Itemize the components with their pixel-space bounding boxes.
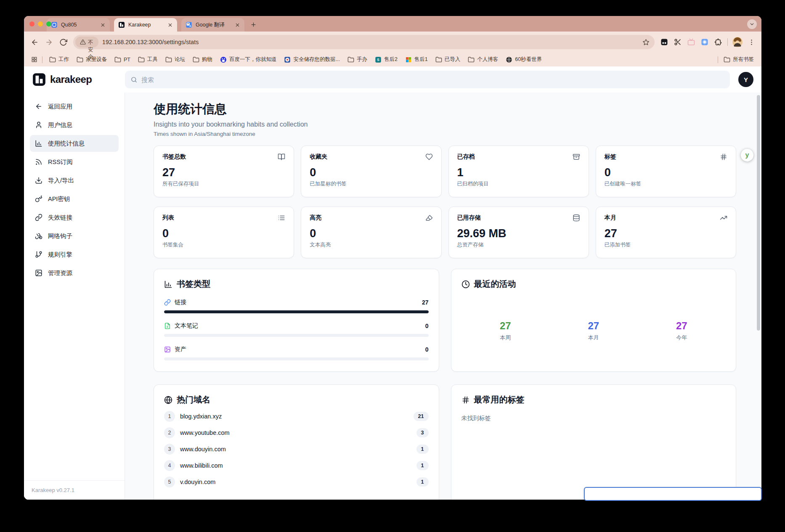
stat-card: 已用存储 29.69 MB 总资产存储 xyxy=(448,206,589,258)
bookmark-types-title-row: 书签类型 xyxy=(164,278,429,290)
bookmark-types-title: 书签类型 xyxy=(177,278,210,290)
browser-tab[interactable]: Google 翻译 xyxy=(181,18,244,32)
bookmark-item[interactable]: 60秒看世界 xyxy=(502,55,546,65)
sidebar-item-icon xyxy=(35,177,42,184)
sidebar-item[interactable]: API密钥 xyxy=(30,191,119,207)
bookmark-item[interactable]: 安全储存您的数据... xyxy=(280,55,343,65)
close-window-button[interactable] xyxy=(29,21,34,26)
sidebar-item[interactable]: 返回应用 xyxy=(30,98,119,115)
extension-button-dark[interactable] xyxy=(658,36,671,48)
bookmark-label: 家里设备 xyxy=(86,56,107,63)
stat-card-value: 1 xyxy=(457,166,580,179)
bookmark-item[interactable]: S 售后2 xyxy=(371,55,401,65)
stat-card-label: 本月 xyxy=(605,214,616,222)
page-scrollbar-thumb[interactable] xyxy=(757,95,760,331)
bookmark-item[interactable]: 工具 xyxy=(134,55,162,65)
bookmarks-bar: 工作 家里设备 PT 工具 xyxy=(24,53,761,66)
bookmark-item[interactable]: 百度一下，你就知道 xyxy=(216,55,281,65)
address-bar[interactable]: 不安全 192.168.200.132:3000/settings/stats xyxy=(73,35,655,49)
top-domains-panel: 热门域名 1 blog.ydxian.xyz 21 xyxy=(154,384,439,500)
sidebar-item[interactable]: 网络钩子 xyxy=(30,228,119,244)
zoom-window-button[interactable] xyxy=(46,21,51,26)
bookmark-favicon xyxy=(138,56,145,63)
domain-count-badge: 1 xyxy=(416,477,429,487)
tab-search-button[interactable] xyxy=(747,19,757,29)
minimize-window-button[interactable] xyxy=(38,21,43,26)
stat-card: 列表 0 书签集合 xyxy=(154,206,294,258)
extension-button-translate[interactable] xyxy=(698,36,711,48)
sidebar-item[interactable]: 规则引擎 xyxy=(30,246,119,263)
bookmark-item[interactable]: 手办 xyxy=(344,55,371,65)
tab-title: Qu805 xyxy=(61,22,97,28)
stat-card-header: 收藏夹 xyxy=(310,153,432,161)
extensions-menu-button[interactable] xyxy=(712,36,724,48)
bookmark-item[interactable]: 售后1 xyxy=(401,55,432,65)
bookmark-type-value: 27 xyxy=(422,299,429,306)
bookmark-favicon xyxy=(77,56,83,63)
bookmark-label: PT xyxy=(124,57,130,63)
tab-close-icon[interactable] xyxy=(100,22,106,28)
bookmark-item[interactable]: 购物 xyxy=(189,55,216,65)
domain-rank-badge: 2 xyxy=(164,427,175,438)
recent-activity-title-row: 最近的活动 xyxy=(461,278,726,290)
bookmark-label: 售后2 xyxy=(384,56,398,63)
bookmark-item[interactable]: PT xyxy=(111,55,134,65)
sidebar-item[interactable]: 用户信息 xyxy=(30,116,119,133)
bookmark-item[interactable]: 个人博客 xyxy=(464,55,502,65)
sidebar-item[interactable]: 导入/导出 xyxy=(30,172,119,189)
extension-button-scissors[interactable] xyxy=(671,36,684,48)
browser-tab[interactable]: Qu805 xyxy=(47,18,110,32)
forward-button[interactable] xyxy=(42,35,56,49)
arrow-right-icon xyxy=(45,38,53,46)
bookmark-type-row: 文本笔记 0 xyxy=(164,322,429,337)
bookmark-item[interactable]: 家里设备 xyxy=(73,55,111,65)
reload-button[interactable] xyxy=(56,35,70,49)
activity-label: 本周 xyxy=(500,334,511,341)
bookmark-label: 已导入 xyxy=(445,56,461,63)
tab-close-icon[interactable] xyxy=(167,22,173,28)
new-tab-button[interactable] xyxy=(248,19,259,30)
bookmark-star-button[interactable] xyxy=(640,36,652,48)
translate-float-button[interactable]: y xyxy=(741,149,753,161)
back-button[interactable] xyxy=(28,35,41,49)
stat-card-label: 列表 xyxy=(162,214,174,222)
recent-activity-panel: 最近的活动 27 本周 xyxy=(451,269,737,372)
sidebar-item[interactable]: 失效链接 xyxy=(30,209,119,226)
stat-card: 本月 27 已添加书签 xyxy=(596,206,736,258)
stat-card-header: 标签 xyxy=(605,153,727,161)
browser-profile-avatar[interactable] xyxy=(732,37,743,48)
domain-row: 4 www.bilibili.com 1 xyxy=(164,460,429,471)
bookmark-type-label: 文本笔记 xyxy=(175,322,422,330)
extension-button-tv[interactable] xyxy=(685,36,697,48)
tv-icon xyxy=(687,38,695,46)
domain-rank-badge: 3 xyxy=(164,444,175,455)
all-bookmarks-button[interactable]: 所有书签 xyxy=(721,56,756,63)
user-avatar[interactable]: Y xyxy=(738,72,753,87)
karakeep-logo-icon xyxy=(32,72,46,87)
search-icon xyxy=(130,76,138,83)
bookmark-item[interactable]: 已导入 xyxy=(432,55,464,65)
stat-card: 标签 0 已创建唯一标签 xyxy=(596,146,736,197)
top-tags-title: 最常用的标签 xyxy=(474,394,525,405)
browser-menu-button[interactable] xyxy=(745,36,758,48)
browser-tab[interactable]: Karakeep xyxy=(114,18,177,32)
bookmark-type-bar-track xyxy=(164,334,429,337)
bookmark-item[interactable]: 工作 xyxy=(45,55,73,65)
stat-card-icon xyxy=(573,214,580,222)
sidebar-item[interactable]: 管理资源 xyxy=(30,265,119,281)
security-badge[interactable]: 不安全 xyxy=(75,37,98,48)
status-overlay-box xyxy=(584,487,762,501)
sidebar-item[interactable]: RSS订阅 xyxy=(30,154,119,170)
timezone-note: Times shown in Asia/Shanghai timezone xyxy=(154,130,736,138)
tab-favicon xyxy=(118,21,125,28)
tab-close-icon[interactable] xyxy=(235,22,240,28)
stat-card-label: 高亮 xyxy=(310,214,321,222)
sidebar-item-icon xyxy=(35,214,42,221)
sidebar-item[interactable]: 使用统计信息 xyxy=(30,135,119,152)
bookmark-item[interactable]: 论坛 xyxy=(162,55,189,65)
stat-card-value: 0 xyxy=(605,166,727,179)
search-bar[interactable] xyxy=(125,71,730,88)
karakeep-logo[interactable]: karakeep xyxy=(24,72,125,87)
search-input[interactable] xyxy=(141,76,724,83)
apps-shortcut-button[interactable] xyxy=(29,55,39,65)
